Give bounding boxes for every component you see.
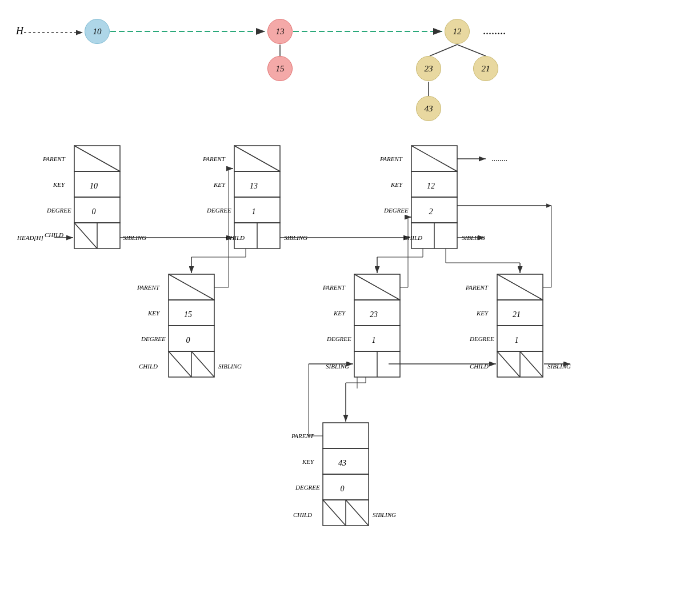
svg-text:SIBLING: SIBLING xyxy=(462,234,485,241)
svg-text:SIBLING: SIBLING xyxy=(284,234,307,241)
svg-rect-26 xyxy=(234,146,280,171)
svg-line-66 xyxy=(169,274,214,300)
svg-text:KEY: KEY xyxy=(53,181,66,188)
svg-text:DEGREE: DEGREE xyxy=(469,335,494,342)
svg-text:PARENT: PARENT xyxy=(202,155,226,162)
svg-text:12: 12 xyxy=(427,182,435,190)
svg-text:DEGREE: DEGREE xyxy=(46,207,71,214)
svg-line-10 xyxy=(74,146,120,171)
diagram-canvas: H ........ PARENT 10 KEY 0 DEGREE xyxy=(0,0,700,605)
svg-text:CHILD: CHILD xyxy=(226,234,245,241)
svg-rect-48 xyxy=(411,171,457,197)
svg-rect-124 xyxy=(323,500,369,526)
svg-rect-29 xyxy=(234,171,280,197)
svg-text:DEGREE: DEGREE xyxy=(206,207,231,214)
svg-line-44 xyxy=(411,146,457,171)
svg-text:0: 0 xyxy=(341,484,345,493)
svg-text:SIBLING: SIBLING xyxy=(547,363,571,370)
svg-rect-80 xyxy=(354,274,400,300)
node-43: 43 xyxy=(416,96,441,121)
svg-line-6 xyxy=(430,45,457,56)
svg-line-76 xyxy=(169,351,191,377)
svg-text:1: 1 xyxy=(515,336,519,344)
svg-text:DEGREE: DEGREE xyxy=(141,335,166,342)
svg-rect-12 xyxy=(74,171,120,197)
svg-rect-35 xyxy=(234,223,280,249)
svg-rect-68 xyxy=(169,300,214,326)
svg-text:DEGREE: DEGREE xyxy=(295,484,320,491)
svg-rect-51 xyxy=(411,197,457,223)
svg-rect-106 xyxy=(497,351,543,377)
svg-rect-121 xyxy=(323,474,369,500)
svg-rect-103 xyxy=(497,326,543,351)
svg-rect-71 xyxy=(169,326,214,351)
node-21: 21 xyxy=(473,56,498,81)
svg-text:PARENT: PARENT xyxy=(291,432,314,439)
svg-text:SIBLING: SIBLING xyxy=(326,363,349,370)
svg-rect-65 xyxy=(169,274,214,300)
svg-line-111 xyxy=(520,351,543,377)
svg-text:KEY: KEY xyxy=(213,181,226,188)
svg-line-127 xyxy=(346,500,369,526)
svg-rect-74 xyxy=(169,351,214,377)
svg-text:........: ........ xyxy=(491,154,507,163)
svg-rect-100 xyxy=(497,300,543,326)
svg-line-126 xyxy=(323,500,346,526)
svg-line-98 xyxy=(497,274,543,300)
svg-text:15: 15 xyxy=(184,310,192,319)
svg-text:KEY: KEY xyxy=(333,310,346,316)
svg-rect-113 xyxy=(323,423,369,448)
svg-line-110 xyxy=(497,351,520,377)
node-23: 23 xyxy=(416,56,441,81)
dots-top: ........ xyxy=(483,24,506,37)
svg-text:SIBLING: SIBLING xyxy=(123,234,146,241)
svg-text:1: 1 xyxy=(372,336,376,344)
svg-text:KEY: KEY xyxy=(476,310,489,316)
svg-text:HEAD[H]: HEAD[H] xyxy=(17,234,43,241)
svg-rect-97 xyxy=(497,274,543,300)
svg-rect-18 xyxy=(74,223,120,249)
svg-text:CHILD: CHILD xyxy=(470,363,489,370)
svg-text:1: 1 xyxy=(252,207,256,216)
h-label: H xyxy=(15,25,24,37)
svg-text:PARENT: PARENT xyxy=(322,284,346,291)
svg-rect-89 xyxy=(354,351,400,377)
node-13: 13 xyxy=(267,19,293,44)
svg-text:CHILD: CHILD xyxy=(45,231,63,238)
svg-rect-15 xyxy=(74,197,120,223)
svg-line-77 xyxy=(191,351,214,377)
svg-text:PARENT: PARENT xyxy=(379,155,403,162)
svg-text:0: 0 xyxy=(92,207,96,216)
svg-text:PARENT: PARENT xyxy=(465,284,489,291)
svg-line-27 xyxy=(234,146,280,171)
svg-text:21: 21 xyxy=(513,310,521,319)
node-12: 12 xyxy=(445,19,470,44)
svg-rect-118 xyxy=(323,448,369,474)
svg-text:SIBLING: SIBLING xyxy=(373,511,396,518)
svg-text:13: 13 xyxy=(250,182,258,190)
svg-text:DEGREE: DEGREE xyxy=(326,335,351,342)
svg-rect-43 xyxy=(411,146,457,171)
svg-line-20 xyxy=(74,223,97,249)
svg-line-7 xyxy=(457,45,486,56)
svg-text:PARENT: PARENT xyxy=(42,155,66,162)
svg-text:CHILD: CHILD xyxy=(139,363,158,370)
svg-text:KEY: KEY xyxy=(390,181,403,188)
svg-rect-9 xyxy=(74,146,120,171)
svg-text:PARENT: PARENT xyxy=(137,284,160,291)
svg-text:SIBLING: SIBLING xyxy=(218,363,242,370)
svg-text:23: 23 xyxy=(370,310,378,319)
svg-text:43: 43 xyxy=(338,459,346,467)
svg-text:KEY: KEY xyxy=(147,310,161,316)
svg-text:2: 2 xyxy=(429,207,433,216)
svg-line-81 xyxy=(354,274,400,300)
svg-text:CHILD: CHILD xyxy=(293,511,312,518)
svg-text:DEGREE: DEGREE xyxy=(383,207,409,214)
svg-rect-83 xyxy=(354,300,400,326)
node-15: 15 xyxy=(267,56,293,81)
svg-text:0: 0 xyxy=(186,336,190,344)
svg-text:10: 10 xyxy=(90,182,98,190)
svg-rect-54 xyxy=(411,223,457,249)
node-10: 10 xyxy=(85,19,110,44)
svg-rect-32 xyxy=(234,197,280,223)
